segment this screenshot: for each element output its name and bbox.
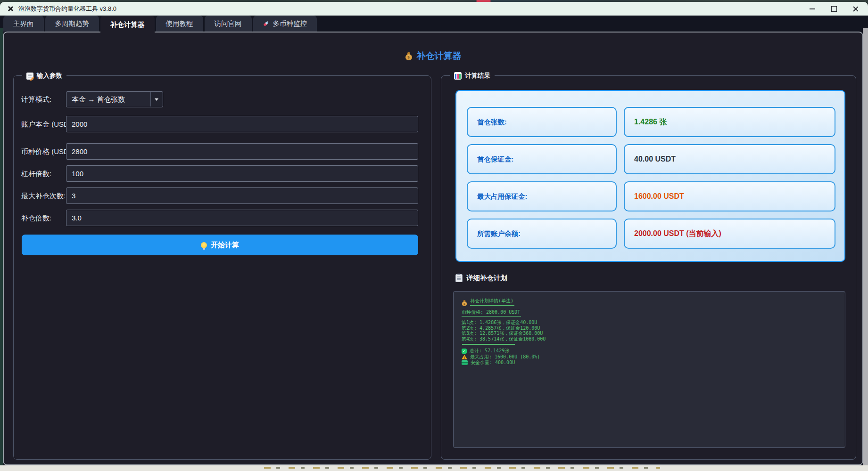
tab-multi-period-trend[interactable]: 多周期趋势 (45, 16, 99, 32)
plan-safety-margin-line: 安全余量: 400.00U (462, 360, 838, 366)
plan-price-line: 币种价格: 2800.00 USDT (462, 309, 838, 320)
result-value-first-position-margin: 40.00 USDT (624, 144, 835, 174)
main-content: 补仓计算器 输入参数 计算模式: 本金 → 首仓张数 账户本金 (USDT): … (3, 32, 863, 465)
rocket-icon (263, 20, 270, 27)
input-parameters-panel: 输入参数 计算模式: 本金 → 首仓张数 账户本金 (USDT): 币种价格 (… (13, 75, 431, 460)
leverage-input[interactable] (66, 165, 418, 182)
result-label-first-position-contracts: 首仓张数: (467, 107, 617, 137)
tab-official-site[interactable]: 访问官网 (205, 16, 252, 32)
plan-step-line: 第1次: 1.4286张，保证金40.00U (462, 320, 838, 325)
window-titlebar[interactable]: 泡泡数字货币合约量化器工具 v3.8.0 (0, 2, 868, 16)
detail-plan-title: 详细补仓计划 (455, 274, 507, 283)
bar-chart-icon (454, 72, 462, 80)
supplement-multiple-label: 补仓倍数: (21, 214, 51, 223)
results-summary-box: 首仓张数: 1.4286 张 首仓保证金: 40.00 USDT 最大占用保证金… (455, 90, 845, 262)
clipboard-icon (455, 274, 463, 282)
minimize-button[interactable] (806, 4, 819, 14)
detail-plan-textarea[interactable]: 补仓计划详情(单边) 币种价格: 2800.00 USDT 第1次: 1.428… (453, 291, 845, 448)
money-bag-icon (405, 52, 413, 60)
coin-price-input[interactable] (66, 143, 418, 160)
desktop-background-right (863, 28, 868, 466)
max-supplement-count-label: 最大补仓次数: (21, 192, 66, 201)
max-supplement-count-input[interactable] (66, 187, 418, 204)
bulb-icon (201, 242, 207, 248)
warning-icon (462, 355, 467, 359)
maximize-button[interactable] (827, 4, 841, 14)
window-controls (806, 2, 862, 16)
plan-step-line: 第2次: 4.2857张，保证金120.00U (462, 325, 838, 331)
plan-total-line: 总计: 57.1429张 (462, 348, 838, 354)
plan-separator (462, 344, 515, 345)
result-value-first-position-contracts: 1.4286 张 (624, 107, 835, 137)
tab-tutorial[interactable]: 使用教程 (156, 16, 203, 32)
supplement-multiple-input[interactable] (66, 210, 418, 226)
desktop-noise (264, 467, 660, 469)
app-icon (7, 5, 14, 12)
tab-position-calculator[interactable]: 补仓计算器 (100, 16, 155, 33)
result-value-max-margin-used: 1600.00 USDT (624, 181, 835, 211)
plan-max-used-line: 最大占用: 1600.00U (80.0%) (462, 354, 838, 360)
mode-label: 计算模式: (21, 95, 51, 104)
calculation-results-legend: 计算结果 (450, 71, 495, 81)
page-title: 补仓计算器 (4, 49, 862, 63)
card-icon (462, 360, 468, 365)
window-title: 泡泡数字货币合约量化器工具 v3.8.0 (18, 5, 116, 13)
calculation-results-panel: 计算结果 首仓张数: 1.4286 张 首仓保证金: 40.00 USDT 最大… (441, 75, 856, 460)
desktop-background-bottom (0, 465, 868, 471)
close-button[interactable] (849, 4, 862, 14)
tab-multi-coin-monitor[interactable]: 多币种监控 (253, 16, 317, 32)
chevron-down-icon (150, 92, 162, 106)
input-parameters-legend: 输入参数 (22, 71, 66, 81)
result-value-required-balance: 2000.00 USDT (当前输入) (624, 219, 835, 249)
leverage-label: 杠杆倍数: (21, 170, 51, 179)
tab-main[interactable]: 主界面 (3, 16, 44, 32)
plan-step-line: 第3次: 12.8571张，保证金360.00U (462, 331, 838, 336)
memo-icon (26, 73, 33, 80)
check-icon (462, 349, 467, 354)
plan-step-line: 第4次: 38.5714张，保证金1080.00U (462, 336, 838, 342)
tab-bar: 主界面 多周期趋势 补仓计算器 使用教程 访问官网 多币种监控 (0, 16, 868, 33)
result-label-max-margin-used: 最大占用保证金: (467, 181, 617, 211)
mode-select[interactable]: 本金 → 首仓张数 (66, 91, 163, 107)
money-bag-icon (462, 300, 467, 306)
result-label-required-balance: 所需账户余额: (467, 219, 617, 249)
calculate-button[interactable]: 开始计算 (22, 235, 418, 255)
principal-input[interactable] (66, 116, 418, 132)
result-label-first-position-margin: 首仓保证金: (467, 144, 617, 174)
plan-title-line: 补仓计划详情(单边) (462, 298, 838, 309)
